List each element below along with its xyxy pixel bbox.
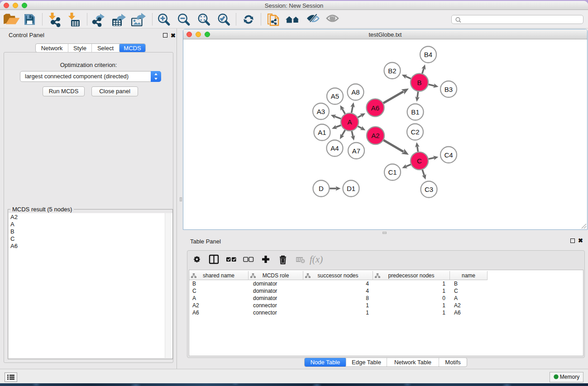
svg-text:D: D bbox=[319, 185, 324, 192]
svg-text:C1: C1 bbox=[388, 168, 397, 176]
svg-text:A3: A3 bbox=[317, 108, 325, 115]
svg-text:B2: B2 bbox=[388, 67, 396, 75]
svg-text:A: A bbox=[347, 118, 352, 126]
svg-text:A6: A6 bbox=[371, 104, 379, 112]
svg-text:B1: B1 bbox=[411, 108, 419, 116]
svg-text:A5: A5 bbox=[331, 92, 339, 100]
svg-text:A7: A7 bbox=[352, 147, 360, 155]
svg-text:C: C bbox=[417, 157, 422, 165]
svg-text:f(x): f(x) bbox=[310, 254, 323, 265]
svg-text:C2: C2 bbox=[411, 128, 419, 136]
svg-text:A8: A8 bbox=[351, 88, 359, 96]
svg-text:A1: A1 bbox=[318, 129, 326, 136]
svg-text:C3: C3 bbox=[425, 186, 433, 193]
svg-text:A2: A2 bbox=[371, 132, 379, 139]
svg-text:D1: D1 bbox=[347, 185, 355, 192]
svg-text:B: B bbox=[417, 79, 421, 86]
svg-text:B4: B4 bbox=[424, 51, 432, 58]
svg-text:C4: C4 bbox=[444, 151, 453, 159]
svg-text:A4: A4 bbox=[330, 144, 339, 152]
svg-text:B3: B3 bbox=[445, 86, 453, 93]
